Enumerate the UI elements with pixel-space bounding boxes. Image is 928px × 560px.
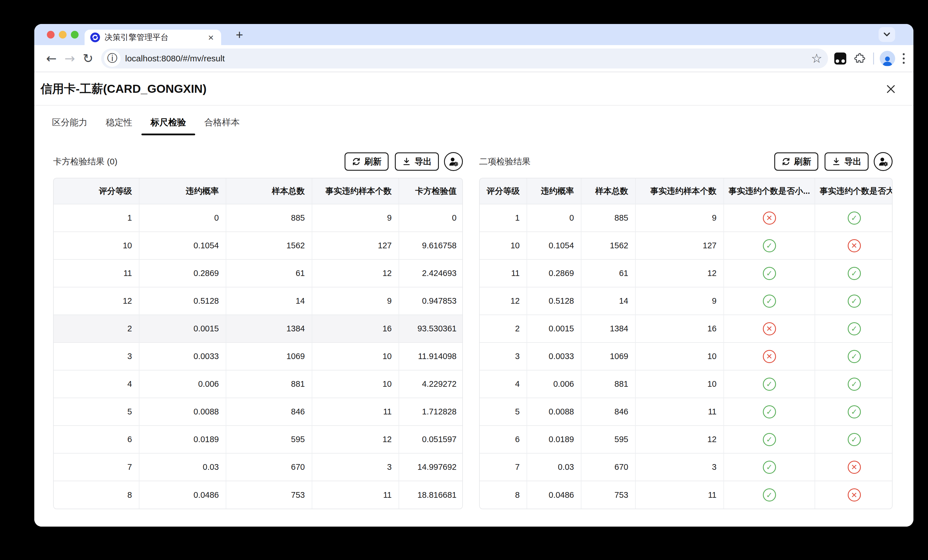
forward-button[interactable]: → [61, 51, 79, 65]
check-circle-icon: ✓ [848, 322, 861, 335]
table-header-row: 评分等级违约概率样本总数事实违约样本个数事实违约个数是否小...事实违约个数是否… [480, 178, 893, 204]
browser-menu-button[interactable] [902, 52, 905, 65]
status-cell: ✓ [724, 287, 815, 315]
window-minimize-button[interactable] [59, 31, 67, 38]
check-circle-icon: ✓ [848, 267, 861, 280]
reload-button[interactable]: ↻ [79, 51, 97, 65]
status-cell: ✕ [724, 342, 815, 370]
cell: 0.006 [139, 370, 226, 398]
table-row: 30.0033106910✕✓ [480, 342, 893, 370]
cell: 885 [226, 204, 312, 232]
cell: 0.0189 [527, 426, 581, 453]
check-circle-icon: ✓ [848, 212, 861, 225]
check-circle-icon: ✓ [848, 405, 861, 418]
close-button[interactable] [882, 81, 899, 97]
table-row: 70.03670314.997692 [54, 453, 463, 481]
refresh-label: 刷新 [794, 156, 811, 167]
refresh-button[interactable]: 刷新 [345, 152, 389, 171]
column-header: 事实违约个数是否小... [724, 178, 815, 204]
cell: 2 [480, 315, 527, 342]
cell: 10 [312, 370, 399, 398]
tab-discrimination[interactable]: 区分能力 [43, 106, 96, 139]
status-cell: ✓ [815, 315, 893, 342]
extension-icon[interactable] [834, 53, 846, 64]
back-button[interactable]: ← [42, 51, 61, 65]
cell: 0.947853 [399, 287, 463, 315]
check-circle-icon: ✓ [848, 433, 861, 446]
chi-square-table: 评分等级违约概率样本总数事实违约样本个数卡方检验值 1088590100.105… [53, 178, 463, 509]
cell: 11 [312, 481, 399, 508]
check-circle-icon: ✓ [763, 295, 776, 308]
cell: 1069 [226, 342, 312, 370]
table-row: 120.51281490.947853 [54, 287, 463, 315]
cell: 0.0088 [527, 398, 581, 426]
tab-scale-test[interactable]: 标尺检验 [142, 106, 195, 139]
toolbar-divider [873, 53, 874, 64]
tab-qualified-sample[interactable]: 合格样本 [195, 106, 249, 139]
status-cell: ✓ [815, 426, 893, 453]
column-header: 违约概率 [139, 178, 226, 204]
cell: 3 [54, 342, 139, 370]
column-settings-button[interactable] [874, 152, 893, 171]
new-tab-button[interactable]: + [231, 27, 247, 42]
binomial-panel-title: 二项检验结果 [479, 156, 531, 167]
cell: 7 [54, 453, 139, 481]
cell: 9 [635, 287, 724, 315]
tab-stability[interactable]: 稳定性 [96, 106, 142, 139]
refresh-icon [781, 157, 791, 166]
x-circle-icon: ✕ [848, 461, 861, 474]
window-close-button[interactable] [47, 31, 55, 38]
check-circle-icon: ✓ [848, 350, 861, 363]
status-cell: ✕ [724, 315, 815, 342]
profile-avatar[interactable] [880, 51, 895, 66]
status-cell: ✕ [724, 204, 815, 232]
check-circle-icon: ✓ [763, 239, 776, 252]
status-cell: ✓ [724, 259, 815, 287]
column-settings-button[interactable] [444, 152, 463, 171]
cell: 12 [480, 287, 527, 315]
cell: 1384 [226, 315, 312, 342]
chevron-down-icon [882, 32, 891, 37]
cell: 753 [581, 481, 635, 508]
table-row: 70.036703✓✕ [480, 453, 893, 481]
export-button[interactable]: 导出 [395, 152, 439, 171]
export-label: 导出 [415, 156, 432, 167]
binomial-panel-header: 二项检验结果 刷新 导出 [479, 152, 893, 171]
cell: 16 [312, 315, 399, 342]
refresh-button[interactable]: 刷新 [774, 152, 818, 171]
cell: 93.530361 [399, 315, 463, 342]
check-circle-icon: ✓ [763, 488, 776, 502]
status-cell: ✓ [815, 398, 893, 426]
cell: 5 [480, 398, 527, 426]
address-bar[interactable]: ⓘ localhost:8080/#/mv/result ☆ [101, 49, 828, 68]
tab-search-button[interactable] [879, 27, 895, 42]
export-button[interactable]: 导出 [824, 152, 868, 171]
tab-close-icon[interactable]: × [206, 32, 215, 42]
cell: 3 [312, 453, 399, 481]
cell: 5 [54, 398, 139, 426]
browser-tab-strip: 决策引擎管理平台 × + [34, 24, 913, 45]
window-zoom-button[interactable] [71, 31, 79, 38]
cell: 9 [635, 204, 724, 232]
cell: 0 [399, 204, 463, 232]
column-header: 事实违约样本个数 [635, 178, 724, 204]
url-text[interactable]: localhost:8080/#/mv/result [125, 54, 809, 63]
cell: 753 [226, 481, 312, 508]
cell: 14.997692 [399, 453, 463, 481]
page-header: 信用卡-工薪(CARD_GONGXIN) [34, 73, 913, 106]
browser-tab[interactable]: 决策引擎管理平台 × [85, 30, 221, 45]
table-row: 120.5128149✓✓ [480, 287, 893, 315]
extensions-puzzle-icon[interactable] [854, 53, 866, 64]
cell: 6 [54, 426, 139, 453]
table-header-row: 评分等级违约概率样本总数事实违约样本个数卡方检验值 [54, 178, 463, 204]
download-icon [402, 157, 411, 166]
browser-window: 决策引擎管理平台 × + ← → ↻ ⓘ localhost:8080/#/mv… [34, 24, 913, 527]
cell: 12 [312, 259, 399, 287]
bookmark-star-icon[interactable]: ☆ [811, 51, 822, 65]
cell: 881 [226, 370, 312, 398]
cell: 1 [480, 204, 527, 232]
cell: 61 [226, 259, 312, 287]
status-cell: ✓ [724, 370, 815, 398]
cell: 0.5128 [527, 287, 581, 315]
site-info-icon[interactable]: ⓘ [104, 50, 121, 67]
